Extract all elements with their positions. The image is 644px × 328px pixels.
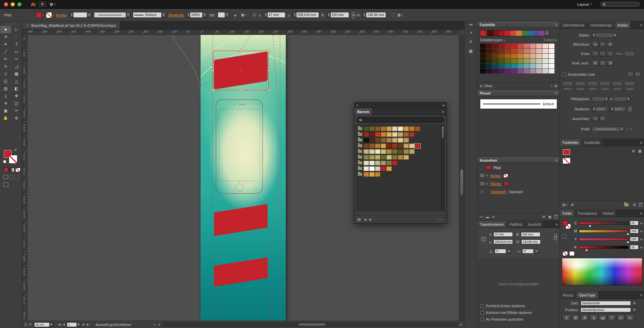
arrow-scale-end-field[interactable]: 100% (613, 107, 626, 111)
color-guide-swatch[interactable] (499, 54, 505, 58)
library-swatch[interactable] (398, 126, 403, 131)
color-guide-swatch[interactable] (492, 54, 498, 58)
color-guide-swatch[interactable] (549, 44, 555, 48)
color-guide-swatch[interactable] (480, 49, 486, 53)
library-swatch[interactable] (375, 149, 380, 154)
library-swatch[interactable] (369, 161, 375, 165)
panel-resize-grip[interactable] (436, 219, 444, 220)
stepper-icon[interactable]: ▲▼ (363, 12, 366, 18)
library-swatch[interactable] (369, 166, 375, 171)
stepper-icon[interactable]: ▲▼ (592, 33, 595, 38)
screen-mode-button[interactable] (3, 182, 8, 187)
color-guide-swatch[interactable] (524, 49, 530, 53)
clear-appearance-icon[interactable]: ⊘ (542, 215, 545, 219)
channel-slider[interactable] (579, 246, 628, 249)
position-field[interactable]: Standardposition (581, 308, 631, 312)
library-swatch[interactable] (364, 166, 369, 171)
library-swatch[interactable] (404, 126, 409, 131)
color-guide-swatch[interactable] (511, 69, 517, 73)
color-guide-swatch[interactable] (486, 54, 492, 58)
color-guide-swatch[interactable] (530, 69, 536, 73)
checkbox-scale-corners[interactable]: Rechteck-Ecken skalieren (481, 304, 525, 308)
selection-handle[interactable] (268, 69, 270, 71)
lasso-tool[interactable]: ◌ (11, 33, 22, 41)
barock-tab[interactable]: Barock (355, 108, 372, 115)
color-guide-swatch[interactable] (518, 49, 524, 53)
new-color-group-icon[interactable] (624, 203, 629, 206)
caret-down-icon[interactable]: ▼ (87, 12, 92, 18)
color-guide-swatch[interactable] (542, 54, 548, 58)
selection-handle[interactable] (240, 89, 242, 91)
constrain-proportions-icon[interactable] (554, 234, 557, 240)
library-swatch[interactable] (381, 138, 386, 143)
color-guide-swatch[interactable] (536, 49, 542, 53)
tx-field[interactable]: 47 mm (493, 232, 513, 237)
harmony-color-swatch[interactable] (505, 31, 511, 36)
tab-absatz[interactable]: Absatz (560, 291, 576, 298)
library-swatch[interactable] (364, 161, 369, 165)
library-swatch[interactable] (409, 132, 415, 137)
cap-butt-button[interactable]: ▬ (592, 42, 599, 47)
color-guide-swatch[interactable] (511, 59, 517, 63)
profile-field[interactable] (592, 127, 620, 131)
close-icon[interactable]: × (26, 23, 29, 28)
color-group-folder-icon[interactable] (358, 161, 362, 164)
variation-mode-label[interactable]: Schattierungen (480, 38, 502, 42)
color-guide-swatch[interactable] (492, 69, 498, 73)
library-swatch[interactable] (364, 149, 369, 154)
save-color-group-icon[interactable]: ⊞ (554, 84, 557, 88)
collapse-icon[interactable]: ◀◀ (442, 104, 445, 106)
selection-handle[interactable] (212, 50, 214, 52)
swatch-kinds-icon[interactable]: ≣ (571, 203, 574, 207)
shear-icon[interactable]: ⛶ (392, 12, 395, 18)
channel-value-field[interactable]: 100 (630, 229, 639, 233)
color-guide-swatch[interactable] (499, 64, 505, 68)
color-guide-swatch[interactable] (492, 59, 498, 63)
vertical-scroll-thumb[interactable] (460, 169, 464, 196)
tab-farbfelder[interactable]: Farbfelder (560, 139, 582, 146)
color-guide-swatch[interactable] (505, 69, 511, 73)
color-guide-swatch[interactable] (524, 59, 530, 63)
panel-menu-icon[interactable]: ≡ (554, 221, 560, 228)
color-guide-swatch[interactable] (499, 49, 505, 53)
height-field-group[interactable]: ▲▼ 140,89 mm (363, 12, 386, 18)
caret-down-icon[interactable]: ▼ (633, 301, 637, 306)
library-menu-icon[interactable]: ▤ (357, 217, 361, 222)
swap-arrowheads-icon[interactable]: ⇄ (610, 97, 612, 101)
stepper-icon[interactable]: ▲▼ (293, 12, 296, 18)
library-swatch[interactable] (364, 138, 369, 143)
tab-farbe[interactable]: Farbe (560, 210, 575, 217)
color-guide-swatch[interactable] (511, 44, 517, 48)
library-swatch[interactable] (404, 149, 409, 154)
color-guide-swatch[interactable] (511, 54, 517, 58)
library-swatch[interactable] (364, 155, 369, 160)
color-guide-swatch[interactable] (530, 49, 536, 53)
artboard-tool[interactable]: ▣ (0, 107, 11, 114)
stepper-icon[interactable]: ▲▼ (610, 107, 613, 111)
color-guide-swatch[interactable] (499, 59, 505, 63)
document-tab[interactable]: × Beachflag_Mobilfunk.ai* bei 30,1 % (CM… (22, 21, 120, 29)
fill-attr-link[interactable]: Fläche: (490, 182, 501, 186)
selection-handle[interactable] (212, 69, 214, 71)
brush-item[interactable]: Einfach (480, 99, 557, 109)
next-artboard-icon[interactable]: ▶ (83, 323, 85, 326)
join-bevel-button[interactable]: ⌙ (607, 51, 613, 56)
flip-along-icon[interactable]: ⇋ (626, 127, 629, 131)
window-control-close[interactable] (4, 2, 8, 6)
symbol-sprayer-tool[interactable]: ≋ (0, 100, 11, 107)
direct-selection-tool[interactable]: ▷ (11, 26, 22, 33)
color-guide-swatch[interactable] (536, 44, 542, 48)
color-guide-swatch[interactable] (511, 49, 517, 53)
color-spectrum[interactable] (562, 258, 642, 285)
color-guide-swatch[interactable] (486, 69, 492, 73)
anchor-point[interactable] (213, 59, 215, 61)
library-swatch[interactable] (364, 144, 369, 148)
gradient-mode-button[interactable] (9, 168, 14, 172)
window-control-minimize[interactable] (11, 2, 15, 6)
caret-down-icon[interactable]: ▼ (507, 249, 511, 254)
color-guide-swatch[interactable] (480, 54, 486, 58)
color-guide-swatch[interactable] (524, 44, 530, 48)
library-swatch[interactable] (415, 126, 420, 131)
library-swatch[interactable] (409, 126, 415, 131)
opentype-feature-button[interactable]: 1ˢᵗ (617, 315, 625, 321)
